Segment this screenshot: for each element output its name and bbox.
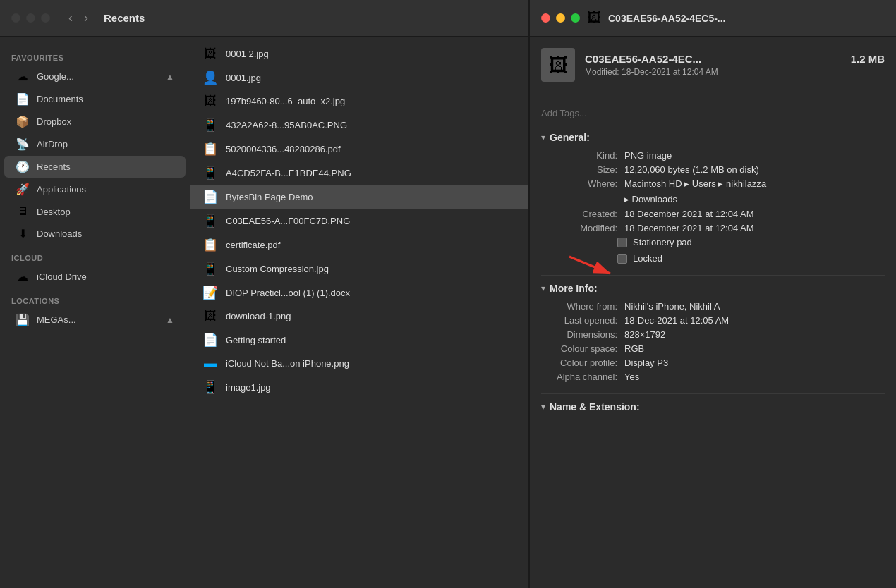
minimize-button[interactable] xyxy=(26,13,35,23)
where-value-cont: ▸ Downloads xyxy=(624,194,677,204)
file-icon-icloud-not-ba: ▬ xyxy=(202,356,219,371)
divider-2 xyxy=(541,393,885,394)
file-icon-pdf: 📋 xyxy=(202,141,219,157)
where-value: Macintosh HD ▸ Users ▸ nikhilazza xyxy=(624,178,885,189)
sidebar-section-locations: Locations xyxy=(0,288,190,308)
file-icon-diop: 📝 xyxy=(202,285,219,300)
created-value: 18 December 2021 at 12:04 AM xyxy=(624,209,885,219)
sidebar-item-downloads[interactable]: ⬇ Downloads xyxy=(4,223,186,245)
recents-icon: 🕐 xyxy=(16,160,30,173)
file-item-bytesbin[interactable]: 📄 BytesBin Page Demo xyxy=(190,185,528,209)
file-icon-197b: 🖼 xyxy=(202,94,219,109)
name-extension-section-header[interactable]: ▾ Name & Extension: xyxy=(541,401,885,412)
svg-line-1 xyxy=(569,257,610,274)
red-arrow-annotation xyxy=(562,250,619,278)
file-icon-download1: 🖼 xyxy=(202,309,219,324)
sidebar-item-icloud-drive[interactable]: ☁ iCloud Drive xyxy=(4,266,186,288)
file-item-diop[interactable]: 📝 DIOP Practicl...ool (1) (1).docx xyxy=(190,281,528,305)
file-item-c03eae56[interactable]: 📱 C03EAE56-A...F00FC7D.PNG xyxy=(190,209,528,233)
tags-input[interactable] xyxy=(541,104,885,123)
file-item-custom-compression[interactable]: 📱 Custom Compression.jpg xyxy=(190,257,528,281)
info-window-title: C03EAE56-AA52-4EC5-... xyxy=(608,13,726,24)
file-item-5020[interactable]: 📋 5020004336...48280286.pdf xyxy=(190,137,528,161)
sidebar-label-desktop: Desktop xyxy=(37,207,71,217)
finder-title-bar: ‹ › Recents xyxy=(0,0,528,37)
file-icon-432a: 📱 xyxy=(202,117,219,133)
mega-icon: 💾 xyxy=(16,313,30,326)
kind-label: Kind: xyxy=(547,150,617,161)
documents-icon: 📄 xyxy=(16,92,30,106)
info-file-size: 1.2 MB xyxy=(851,53,885,65)
sidebar-item-airdrop[interactable]: 📡 AirDrop xyxy=(4,133,186,155)
info-row-where-cont: ▸ Downloads xyxy=(541,192,885,205)
file-icon-c03: 📱 xyxy=(202,213,219,228)
general-section-header[interactable]: ▾ General: xyxy=(541,132,885,143)
thumbnail-icon: 🖼 xyxy=(548,54,568,77)
google-drive-icon: ☁ xyxy=(16,70,30,83)
locked-checkbox[interactable] xyxy=(617,254,627,264)
file-icon-getting-started: 📄 xyxy=(202,332,219,348)
colour-space-value: RGB xyxy=(624,343,885,354)
file-name: Custom Compression.jpg xyxy=(226,264,329,274)
where-from-value: Nikhil's iPhone, Nikhil A xyxy=(624,301,885,312)
downloads-icon: ⬇ xyxy=(16,227,30,240)
airdrop-icon: 📡 xyxy=(16,137,30,151)
file-icon-certificate: 📋 xyxy=(202,237,219,252)
file-name: 0001 2.jpg xyxy=(226,49,269,59)
file-icon-custom: 📱 xyxy=(202,261,219,276)
size-label: Size: xyxy=(547,164,617,175)
file-item-certificate[interactable]: 📋 certificate.pdf xyxy=(190,233,528,257)
finder-content: Favourites ☁ Google... ▲ 📄 Documents 📦 D… xyxy=(0,37,528,588)
file-name: 5020004336...48280286.pdf xyxy=(226,144,341,154)
back-button[interactable]: ‹ xyxy=(64,9,77,27)
sidebar-item-applications[interactable]: 🚀 Applications xyxy=(4,178,186,200)
info-row-created: Created: 18 December 2021 at 12:04 AM xyxy=(541,209,885,219)
eject-icon-google[interactable]: ▲ xyxy=(166,72,174,82)
where-label: Where: xyxy=(547,178,617,189)
sidebar-item-google-drive[interactable]: ☁ Google... ▲ xyxy=(4,66,186,87)
sidebar-item-dropbox[interactable]: 📦 Dropbox xyxy=(4,111,186,133)
file-name: 197b9460-80...6_auto_x2.jpg xyxy=(226,96,345,106)
file-item-icloud-not-ba[interactable]: ▬ iCloud Not Ba...on iPhone.png xyxy=(190,352,528,375)
traffic-lights xyxy=(11,13,50,23)
file-item-a4cd[interactable]: 📱 A4CD52FA-B...E1BDE44.PNG xyxy=(190,161,528,185)
modified-value: 18 December 2021 at 12:04 AM xyxy=(624,223,885,233)
file-item-download1[interactable]: 🖼 download-1.png xyxy=(190,305,528,328)
sidebar-item-recents[interactable]: 🕐 Recents xyxy=(4,156,186,178)
info-minimize-button[interactable] xyxy=(556,13,565,23)
eject-icon-mega[interactable]: ▲ xyxy=(166,315,174,325)
file-item-197b[interactable]: 🖼 197b9460-80...6_auto_x2.jpg xyxy=(190,90,528,113)
file-name: iCloud Not Ba...on iPhone.png xyxy=(226,358,349,369)
more-info-section-header[interactable]: ▾ More Info: xyxy=(541,283,885,294)
sidebar-label-mega: MEGAs... xyxy=(37,314,76,325)
sidebar-item-documents[interactable]: 📄 Documents xyxy=(4,88,186,110)
info-row-dimensions: Dimensions: 828×1792 xyxy=(541,329,885,340)
file-item-0001-2jpg[interactable]: 🖼 0001 2.jpg xyxy=(190,42,528,66)
dimensions-value: 828×1792 xyxy=(624,329,885,340)
sidebar-item-desktop[interactable]: 🖥 Desktop xyxy=(4,201,186,222)
sidebar: Favourites ☁ Google... ▲ 📄 Documents 📦 D… xyxy=(0,37,190,588)
sidebar-label-recents: Recents xyxy=(37,161,71,172)
stationery-pad-checkbox[interactable] xyxy=(617,238,627,247)
file-item-getting-started[interactable]: 📄 Getting started xyxy=(190,328,528,352)
sidebar-item-mega[interactable]: 💾 MEGAs... ▲ xyxy=(4,309,186,331)
file-name: 432A2A62-8...95AB0AC.PNG xyxy=(226,120,347,130)
colour-space-label: Colour space: xyxy=(547,343,617,354)
info-title-bar: 🖼 C03EAE56-AA52-4EC5-... xyxy=(530,0,896,37)
modified-date: 18-Dec-2021 at 12:04 AM xyxy=(622,67,718,77)
info-file-details: C03EAE56-AA52-4EC... 1.2 MB Modified: 18… xyxy=(585,53,885,77)
kind-value: PNG image xyxy=(624,150,885,161)
colour-profile-label: Colour profile: xyxy=(547,357,617,368)
close-button[interactable] xyxy=(11,13,20,23)
forward-button[interactable]: › xyxy=(80,9,92,27)
created-label: Created: xyxy=(547,209,617,219)
maximize-button[interactable] xyxy=(41,13,50,23)
stationery-pad-label: Stationery pad xyxy=(633,237,692,247)
info-maximize-button[interactable] xyxy=(571,13,580,23)
info-section-general: ▾ General: Kind: PNG image Size: 12,20,0… xyxy=(541,132,885,264)
file-item-0001jpg[interactable]: 👤 0001.jpg xyxy=(190,66,528,90)
info-close-button[interactable] xyxy=(541,13,550,23)
file-list: 🖼 0001 2.jpg 👤 0001.jpg 🖼 197b9460-80...… xyxy=(190,37,528,588)
file-item-432a[interactable]: 📱 432A2A62-8...95AB0AC.PNG xyxy=(190,113,528,137)
file-item-image1[interactable]: 📱 image1.jpg xyxy=(190,375,528,399)
